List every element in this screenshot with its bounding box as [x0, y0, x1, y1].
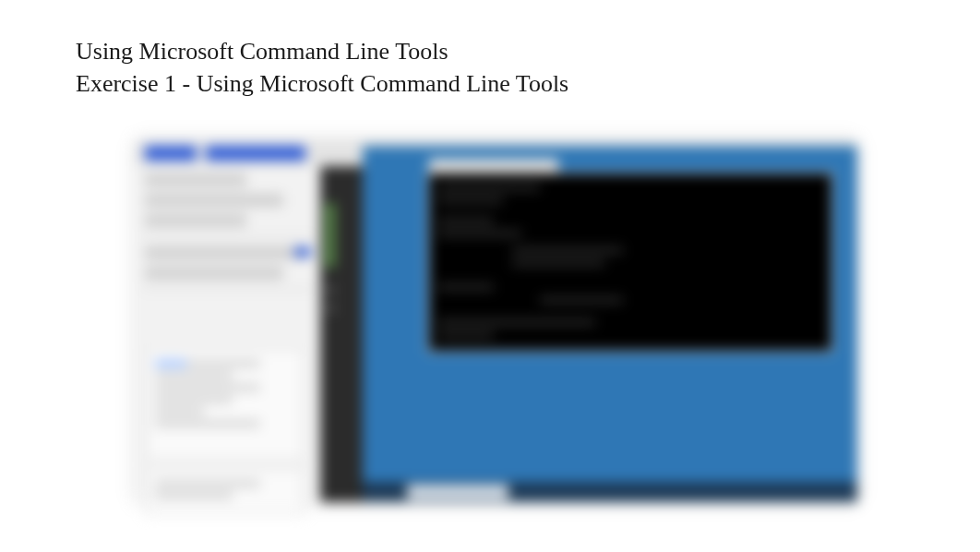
instruction-panel [136, 166, 320, 502]
vm-thumb [326, 286, 335, 294]
lab-screenshot [136, 140, 857, 502]
tab-button-1 [145, 146, 197, 161]
panel-separator [141, 236, 315, 237]
page-headings: Using Microsoft Command Line Tools Exerc… [76, 37, 568, 99]
panel-text-line [145, 267, 283, 280]
panel-card [147, 469, 304, 515]
panel-card-line [155, 420, 260, 427]
panel-text-line [145, 194, 283, 207]
panel-text-line [145, 246, 307, 259]
panel-text-line [145, 174, 246, 186]
vm-desktop [363, 146, 857, 502]
panel-card-line [155, 492, 233, 499]
panel-card-line [155, 408, 204, 415]
terminal-line [438, 218, 494, 223]
panel-card-line [155, 384, 260, 391]
panel-card-line [155, 396, 233, 403]
panel-card-line [155, 372, 233, 379]
page-subtitle: Exercise 1 - Using Microsoft Command Lin… [76, 69, 568, 100]
tab-button-2 [206, 146, 305, 161]
panel-card [147, 349, 304, 460]
terminal-line [438, 319, 595, 325]
terminal-line [540, 297, 623, 303]
terminal-line [512, 247, 623, 253]
panel-text-line [145, 214, 246, 227]
panel-card-line [155, 360, 260, 367]
terminal-line [438, 284, 494, 290]
taskbar-item [407, 485, 508, 499]
window-titlebar [429, 159, 558, 172]
panel-separator [141, 289, 315, 290]
terminal-line [438, 231, 521, 236]
terminal-line [438, 185, 540, 190]
vm-thumb [326, 305, 335, 312]
command-prompt-window [427, 172, 833, 353]
page-title: Using Microsoft Command Line Tools [76, 37, 568, 67]
vm-active-indicator [326, 203, 335, 268]
terminal-line [438, 198, 503, 203]
panel-accent-icon [294, 247, 311, 257]
vm-sidebar [320, 166, 363, 502]
terminal-line [512, 260, 604, 266]
terminal-line [438, 332, 494, 338]
panel-card-line [155, 480, 260, 487]
windows-taskbar [363, 482, 857, 502]
